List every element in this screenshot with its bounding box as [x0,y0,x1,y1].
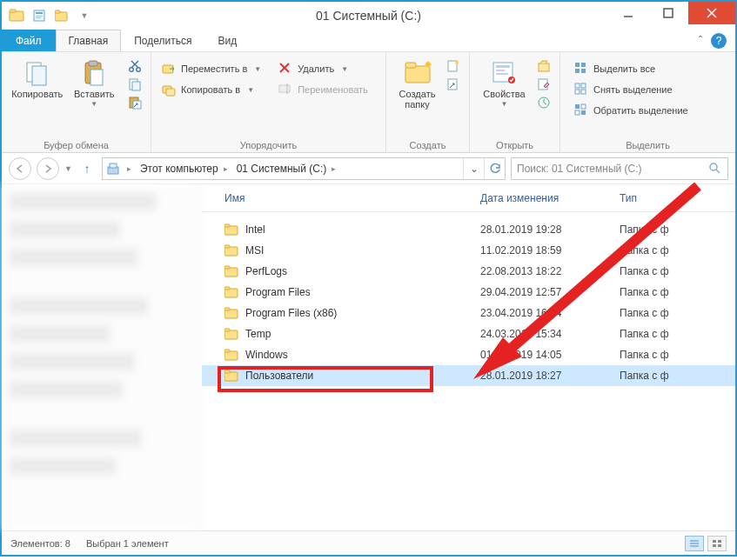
breadcrumb-root[interactable]: ▸ [103,158,137,179]
up-button[interactable]: ↑ [77,162,97,176]
table-row[interactable]: PerfLogs22.08.2013 18:22Папка с ф [202,261,735,282]
group-clipboard: Копировать Вставить ▼ Буфер обмена [2,52,151,152]
svg-rect-54 [575,104,580,109]
file-name: MSI [245,244,264,257]
help-icon[interactable]: ? [711,33,727,49]
thumbnails-view-button[interactable] [707,536,727,551]
qat-properties-icon[interactable] [30,6,49,25]
svg-rect-56 [575,110,580,115]
explorer-window: ▼ 01 Системный (C:) Файл Главная Поделит… [0,0,737,557]
properties-button[interactable]: Свойства ▼ [477,56,532,111]
delete-button[interactable]: Удалить ▼ [275,59,379,78]
file-list[interactable]: Intel28.01.2019 19:28Папка с фMSI11.02.2… [202,212,735,530]
folder-icon [224,286,238,298]
moveto-button[interactable]: Переместить в ▼ [158,59,275,78]
addr-dropdown-icon[interactable]: ⌄ [463,158,484,179]
svg-rect-84 [713,544,716,547]
column-headers: Имя Дата изменения Тип [202,184,735,212]
table-row[interactable]: Program Files29.04.2019 12:57Папка с ф [202,282,735,303]
file-type-cell: Папка с ф [620,265,735,277]
files-pane: Имя Дата изменения Тип Intel28.01.2019 1… [202,184,735,530]
group-select-label: Выделить [560,140,735,150]
table-row[interactable]: Temp24.03.2019 15:34Папка с ф [202,323,735,344]
qat-newfolder-icon[interactable] [52,6,71,25]
table-row[interactable]: Пользователи28.01.2019 18:27Папка с ф [202,365,735,386]
selectall-button[interactable]: Выделить все [571,59,728,78]
table-row[interactable]: Windows01.05.2019 14:05Папка с ф [202,344,735,365]
qat-dropdown-icon[interactable]: ▼ [75,6,94,25]
table-row[interactable]: Intel28.01.2019 19:28Папка с ф [202,219,735,240]
svg-rect-27 [166,89,175,96]
refresh-icon[interactable] [484,158,505,179]
svg-rect-1 [10,10,16,12]
svg-rect-40 [496,70,505,71]
svg-rect-22 [132,82,140,90]
copypath-icon[interactable] [128,77,144,93]
status-count: Элементов: 8 [10,538,70,549]
file-name-cell: Пользователи [202,370,480,382]
details-view-button[interactable] [685,536,704,551]
selectnone-button[interactable]: Снять выделение [571,80,728,99]
navigation-pane[interactable] [2,184,202,530]
collapse-ribbon-icon[interactable]: ˆ [699,35,702,47]
paste-button[interactable]: Вставить ▼ [66,56,124,111]
file-date-cell: 11.02.2019 18:59 [480,244,620,257]
history-icon[interactable] [537,96,553,111]
file-type-cell: Папка с ф [620,223,735,236]
open-icon[interactable] [537,59,553,75]
forward-button[interactable] [37,157,59,180]
invertselect-button[interactable]: Обратить выделение [571,101,728,120]
maximize-button[interactable] [648,2,688,24]
pasteshortcut-icon[interactable] [128,96,144,111]
history-dropdown-icon[interactable]: ▼ [64,164,72,173]
file-name-cell: Intel [202,223,480,236]
close-button[interactable] [688,2,735,24]
file-type-cell: Папка с ф [620,307,735,319]
newfolder-label: Создать папку [399,89,436,110]
breadcrumb-drive[interactable]: 01 Системный (C:)▸ [233,158,342,179]
tab-share[interactable]: Поделиться [121,30,204,51]
svg-rect-37 [448,79,457,90]
file-name-cell: PerfLogs [202,265,480,277]
file-name-cell: Windows [202,349,480,361]
table-row[interactable]: Program Files (x86)23.04.2019 16:04Папка… [202,303,735,323]
window-controls [608,2,735,30]
file-type-cell: Папка с ф [620,370,735,382]
file-name-cell: Program Files (x86) [202,307,480,319]
svg-rect-30 [279,85,290,92]
edit-icon[interactable] [537,77,553,93]
svg-point-60 [710,163,717,170]
breadcrumb-thispc[interactable]: Этот компьютер▸ [137,158,233,179]
newfolder-button[interactable]: Создать папку [393,56,441,110]
navbar: ▼ ↑ ▸ Этот компьютер▸ 01 Системный (C:)▸… [2,153,735,184]
tab-view[interactable]: Вид [204,30,250,51]
column-type[interactable]: Тип [620,192,735,204]
file-menu[interactable]: Файл [2,30,56,51]
file-type-cell: Папка с ф [620,328,735,340]
minimize-button[interactable] [608,2,648,24]
easyaccess-icon[interactable] [446,77,462,93]
quick-access-toolbar: ▼ [7,6,94,25]
svg-rect-71 [224,308,230,310]
svg-rect-39 [496,65,510,68]
svg-rect-33 [405,63,416,68]
folder-icon [224,307,238,319]
group-select: Выделить все Снять выделение Обратить вы… [560,52,735,152]
tab-home[interactable]: Главная [56,30,122,51]
table-row[interactable]: MSI11.02.2019 18:59Папка с ф [202,240,735,261]
search-box[interactable]: Поиск: 01 Системный (C:) [511,157,728,180]
svg-rect-41 [496,73,508,75]
copyto-button[interactable]: Копировать в ▼ [158,80,275,99]
column-date[interactable]: Дата изменения [480,192,620,204]
svg-point-18 [137,68,141,72]
file-type-cell: Папка с ф [620,349,735,361]
column-name[interactable]: Имя [202,192,480,204]
cut-icon[interactable] [128,59,144,75]
copyto-label: Копировать в [181,84,240,95]
newitem-icon[interactable] [446,59,462,75]
back-button[interactable] [9,157,31,180]
address-bar[interactable]: ▸ Этот компьютер▸ 01 Системный (C:)▸ ⌄ [102,157,506,180]
file-name: Program Files (x86) [245,307,337,319]
svg-rect-55 [581,104,586,109]
copy-button[interactable]: Копировать [9,56,66,111]
